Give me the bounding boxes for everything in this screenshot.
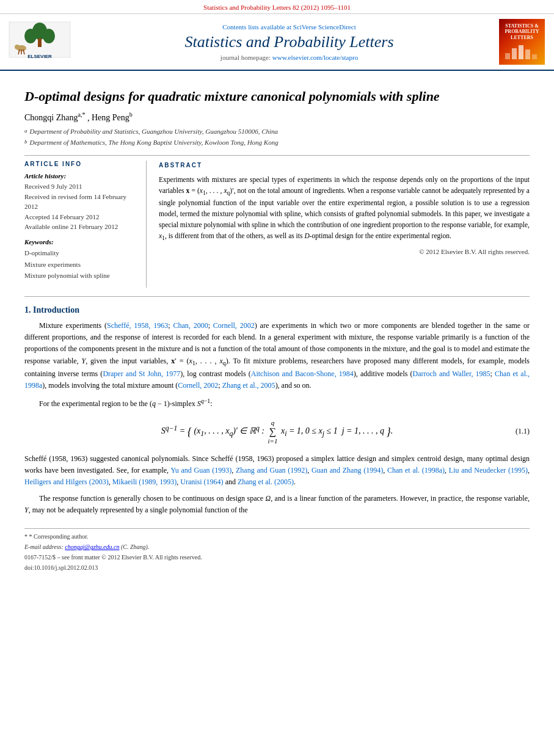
svg-rect-12 bbox=[512, 48, 517, 59]
received-date: Received 9 July 2011 bbox=[24, 181, 139, 192]
ref-scheffe-1958-1963[interactable]: Scheffé, 1958, 1963 bbox=[107, 321, 168, 330]
author-1: Chongqi Zhanga,* bbox=[24, 113, 85, 122]
abstract-heading: ABSTRACT bbox=[159, 161, 530, 170]
article-title: D-optimal designs for quadratic mixture … bbox=[24, 88, 530, 106]
cover-chart bbox=[504, 42, 541, 60]
footnote-corresponding-text: * Corresponding author. bbox=[29, 533, 89, 540]
revised-date: Received in revised form 14 February 201… bbox=[24, 192, 139, 212]
copyright-line: © 2012 Elsevier B.V. All rights reserved… bbox=[159, 247, 530, 257]
ref-uranisi-1964[interactable]: Uranisi (1964) bbox=[180, 478, 223, 486]
article-info-col: ARTICLE INFO Article history: Received 9… bbox=[24, 161, 147, 288]
ref-aitchison-1984[interactable]: Aitchison and Bacon-Shone, 1984 bbox=[251, 369, 354, 378]
affiliations: a Department of Probability and Statisti… bbox=[24, 126, 530, 148]
page-wrapper: Statistics and Probability Letters 82 (2… bbox=[0, 0, 554, 756]
journal-header: ELSEVIER Contents lists available at Sci… bbox=[0, 14, 554, 71]
ref-zhang-2005b[interactable]: Zhang et al. (2005) bbox=[238, 478, 294, 486]
section1-para3: Scheffé (1958, 1963) suggested canonical… bbox=[24, 453, 530, 489]
history-label: Article history: bbox=[24, 172, 139, 180]
journal-header-center: Contents lists available at SciVerse Sci… bbox=[86, 19, 493, 65]
ref-mikaeili-1989[interactable]: Mikaeili (1989, 1993) bbox=[112, 478, 177, 486]
keyword-3: Mixture polynomial with spline bbox=[24, 270, 139, 282]
ref-zhang-guan-1992[interactable]: Zhang and Guan (1992) bbox=[236, 466, 307, 474]
ref-liu-neudecker-1995[interactable]: Liu and Neudecker (1995) bbox=[449, 466, 528, 474]
svg-rect-4 bbox=[38, 38, 42, 47]
equation-number-1-1: (1.1) bbox=[516, 427, 530, 436]
footnote-email: E-mail address: chongqi@gzhu.edu.cn (C. … bbox=[24, 543, 530, 551]
svg-point-9 bbox=[15, 45, 20, 49]
title-rest: -optimal designs for quadratic mixture c… bbox=[34, 89, 440, 104]
divider-2 bbox=[24, 296, 530, 297]
ref-cornell-2002b[interactable]: Cornell, 2002 bbox=[178, 381, 218, 390]
accepted-date: Accepted 14 February 2012 bbox=[24, 212, 139, 222]
article-info-heading: ARTICLE INFO bbox=[24, 161, 139, 167]
keyword-1: D-optimality bbox=[24, 247, 139, 259]
ref-darroch-1985[interactable]: Darroch and Waller, 1985 bbox=[413, 369, 490, 378]
ref-yu-guan-1993[interactable]: Yu and Guan (1993) bbox=[170, 466, 231, 474]
affiliation-1: a Department of Probability and Statisti… bbox=[24, 126, 530, 137]
affiliation-1-text: Department of Probability and Statistics… bbox=[30, 126, 279, 137]
journal-cover: STATISTICS & PROBABILITY LETTERS bbox=[499, 19, 548, 65]
cover-text-line2: PROBABILITY bbox=[505, 29, 539, 35]
abstract-text: Experiments with mixtures are special ty… bbox=[159, 175, 530, 243]
ref-draper-1977[interactable]: Draper and St John, 1977 bbox=[103, 369, 180, 378]
ref-guan-zhang-1994[interactable]: Guan and Zhang (1994) bbox=[312, 466, 383, 474]
main-content: D-optimal designs for quadratic mixture … bbox=[0, 71, 554, 586]
svg-point-2 bbox=[24, 29, 37, 43]
journal-top-bar: Statistics and Probability Letters 82 (2… bbox=[0, 0, 554, 14]
keyword-2: Mixture experiments bbox=[24, 259, 139, 271]
ref-cornell-2002[interactable]: Cornell, 2002 bbox=[213, 321, 255, 330]
footnote-area: * * Corresponding author. E-mail address… bbox=[24, 528, 530, 572]
keywords-group: Keywords: D-optimality Mixture experimen… bbox=[24, 238, 139, 282]
cover-text-line1: STATISTICS & bbox=[505, 23, 539, 29]
equation-1-1: Sq−1 = { (x1, . . . , xq)′ ∈ ℝq : q ∑ i=… bbox=[24, 419, 530, 445]
elsevier-logo: ELSEVIER bbox=[6, 19, 73, 60]
section1-para4: The response function is generally chose… bbox=[24, 493, 530, 516]
ref-zhang-2005[interactable]: Zhang et al., 2005 bbox=[222, 381, 275, 390]
sciverse-line: Contents lists available at SciVerse Sci… bbox=[222, 23, 355, 31]
footnote-email-author: (C. Zhang). bbox=[119, 543, 149, 550]
footnote-issn: 0167-7152/$ – see front matter © 2012 El… bbox=[24, 553, 530, 562]
cover-image: STATISTICS & PROBABILITY LETTERS bbox=[499, 19, 545, 65]
journal-homepage: journal homepage: www.elsevier.com/locat… bbox=[221, 54, 358, 61]
footnote-doi: doi:10.1016/j.spl.2012.02.013 bbox=[24, 564, 530, 572]
equation-content: Sq−1 = { (x1, . . . , xq)′ ∈ ℝq : q ∑ i=… bbox=[161, 419, 393, 445]
ref-chan-1998a-b[interactable]: Chan et al. (1998a) bbox=[387, 466, 445, 474]
footnote-email-label: E-mail address: bbox=[24, 543, 65, 550]
authors-line: Chongqi Zhanga,* , Heng Pengb bbox=[24, 112, 530, 123]
history-group: Article history: Received 9 July 2011 Re… bbox=[24, 172, 139, 232]
homepage-link[interactable]: www.elsevier.com/locate/stapro bbox=[272, 54, 358, 61]
sciverse-link-text[interactable]: SciVerse ScienceDirect bbox=[293, 23, 356, 31]
journal-title: Statistics and Probability Letters bbox=[184, 33, 393, 51]
section1-para1: Mixture experiments (Scheffé, 1958, 1963… bbox=[24, 320, 530, 391]
ref-heiligers-2003[interactable]: Heiligers and Hilgers (2003) bbox=[24, 478, 109, 486]
affiliation-2-text: Department of Mathematics, The Hong Kong… bbox=[30, 137, 279, 148]
footnote-star: * bbox=[24, 533, 29, 540]
section-1-heading: 1. Introduction bbox=[24, 305, 530, 315]
elsevier-logo-area: ELSEVIER bbox=[6, 19, 79, 65]
affiliation-2: b Department of Mathematics, The Hong Ko… bbox=[24, 137, 530, 148]
svg-text:ELSEVIER: ELSEVIER bbox=[27, 54, 52, 59]
svg-point-3 bbox=[43, 29, 55, 43]
footnote-email-link[interactable]: chongqi@gzhu.edu.cn bbox=[65, 543, 119, 550]
cover-text-line3: LETTERS bbox=[511, 35, 533, 41]
keywords-label: Keywords: bbox=[24, 238, 139, 245]
journal-citation: Statistics and Probability Letters 82 (2… bbox=[203, 4, 351, 11]
svg-rect-11 bbox=[505, 53, 510, 59]
svg-rect-15 bbox=[532, 54, 537, 59]
author-2: Heng Pengb bbox=[92, 113, 133, 122]
abstract-col: ABSTRACT Experiments with mixtures are s… bbox=[159, 161, 530, 288]
divider-1 bbox=[24, 155, 530, 156]
svg-rect-14 bbox=[525, 49, 530, 59]
title-italic-d: D bbox=[24, 89, 34, 104]
available-date: Available online 21 February 2012 bbox=[24, 222, 139, 232]
info-abstract-cols: ARTICLE INFO Article history: Received 9… bbox=[24, 161, 530, 288]
svg-rect-13 bbox=[519, 45, 523, 59]
ref-chan-2000[interactable]: Chan, 2000 bbox=[173, 321, 208, 330]
section1-para2: For the experimental region to be the (q… bbox=[24, 396, 530, 410]
footnote-corresponding: * * Corresponding author. bbox=[24, 532, 530, 541]
